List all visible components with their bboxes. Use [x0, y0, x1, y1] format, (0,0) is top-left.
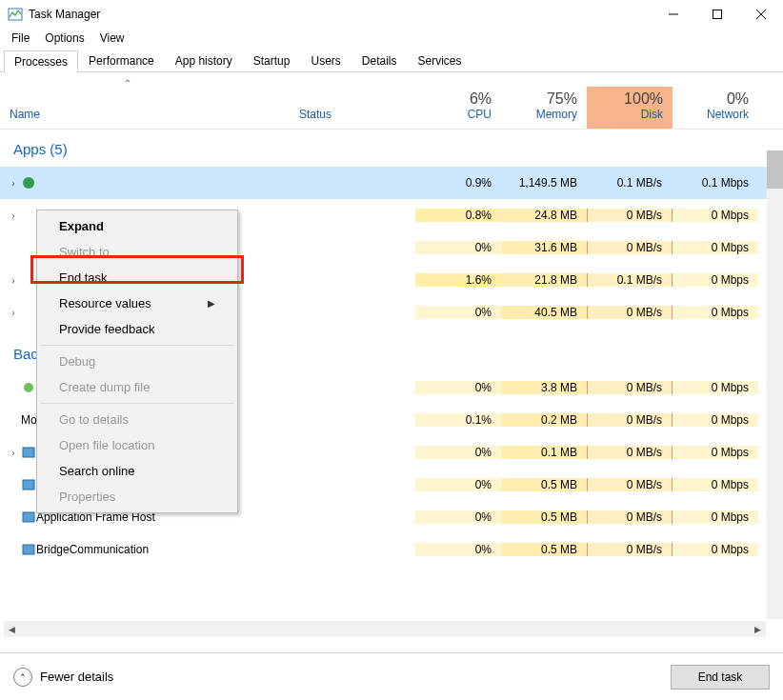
- expander-icon[interactable]: ›: [6, 275, 21, 286]
- cm-create-dump[interactable]: Create dump file: [40, 374, 234, 400]
- cell-net: 0 Mbps: [673, 478, 758, 491]
- col-header-status[interactable]: Status: [295, 100, 415, 129]
- process-icon: [21, 510, 36, 525]
- cell-mem: 3.8 MB: [501, 381, 587, 394]
- cell-net: 0.1 Mbps: [673, 176, 758, 190]
- cell-net: 0 Mbps: [673, 241, 758, 254]
- cm-switch-to[interactable]: Switch to: [40, 239, 234, 265]
- cell-cpu: 1.6%: [415, 273, 501, 287]
- cm-expand[interactable]: Expand: [40, 213, 234, 239]
- cell-mem: 0.5 MB: [501, 510, 587, 524]
- scroll-right-button[interactable]: ▶: [750, 621, 766, 637]
- scrollbar-thumb[interactable]: [767, 150, 783, 189]
- cm-provide-feedback[interactable]: Provide feedback: [40, 316, 234, 342]
- context-menu: Expand Switch to End task Resource value…: [36, 210, 238, 513]
- tab-app-history[interactable]: App history: [165, 50, 243, 71]
- net-label: Network: [707, 108, 749, 121]
- cell-cpu: 0.8%: [415, 209, 501, 222]
- cell-mem: 0.1 MB: [501, 446, 587, 459]
- chevron-up-icon: ⌃: [13, 668, 32, 687]
- tab-users[interactable]: Users: [300, 50, 351, 71]
- end-task-button[interactable]: End task: [671, 665, 770, 690]
- tab-details[interactable]: Details: [351, 50, 408, 71]
- cm-resource-values[interactable]: Resource values ▶: [40, 290, 234, 316]
- vertical-scrollbar[interactable]: [767, 150, 783, 619]
- process-icon: [21, 175, 36, 190]
- cell-mem: 40.5 MB: [501, 306, 587, 319]
- process-icon: [21, 542, 36, 557]
- titlebar: Task Manager: [0, 0, 783, 29]
- cell-net: 0 Mbps: [673, 510, 758, 524]
- svg-point-6: [24, 383, 33, 392]
- cm-debug[interactable]: Debug: [40, 349, 234, 374]
- expander-icon[interactable]: ›: [6, 308, 21, 318]
- cell-disk: 0 MB/s: [587, 446, 673, 459]
- cm-go-to-details[interactable]: Go to details: [40, 407, 234, 432]
- cell-mem: 24.8 MB: [501, 209, 587, 222]
- svg-rect-2: [713, 10, 722, 19]
- col-header-disk[interactable]: 100% Disk: [587, 87, 673, 129]
- cm-separator: [41, 345, 233, 346]
- cell-cpu: 0%: [415, 543, 501, 556]
- scroll-left-button[interactable]: ◀: [4, 621, 20, 637]
- footer: ⌃ Fewer details End task: [0, 652, 783, 700]
- minimize-button[interactable]: [652, 0, 695, 29]
- mem-percent: 75%: [501, 90, 577, 108]
- tab-startup[interactable]: Startup: [243, 50, 301, 71]
- cell-net: 0 Mbps: [673, 543, 758, 556]
- col-header-memory[interactable]: 75% Memory: [501, 87, 587, 129]
- maximize-button[interactable]: [695, 0, 739, 29]
- cell-disk: 0 MB/s: [587, 381, 673, 394]
- mem-label: Memory: [536, 108, 577, 121]
- horizontal-scrollbar[interactable]: ◀ ▶: [4, 621, 766, 637]
- cell-cpu: 0%: [415, 241, 501, 254]
- svg-point-5: [23, 177, 34, 189]
- cm-properties[interactable]: Properties: [40, 484, 234, 510]
- cell-net: 0 Mbps: [673, 209, 758, 222]
- sort-caret-icon: ⌃: [124, 78, 131, 89]
- cm-search-online[interactable]: Search online: [40, 458, 234, 484]
- col-header-cpu[interactable]: 6% CPU: [415, 87, 501, 129]
- cm-open-file-location[interactable]: Open file location: [40, 432, 234, 458]
- tab-services[interactable]: Services: [408, 50, 472, 71]
- disk-percent: 100%: [587, 90, 663, 108]
- column-headers: ⌃ Name Status 6% CPU 75% Memory 100% Dis…: [0, 72, 783, 130]
- process-icon: [21, 380, 36, 395]
- cell-mem: 0.5 MB: [501, 543, 587, 556]
- cm-separator: [41, 403, 233, 404]
- menu-options[interactable]: Options: [37, 30, 91, 47]
- col-header-network[interactable]: 0% Network: [673, 87, 758, 129]
- cell-cpu: 0.9%: [415, 176, 501, 190]
- expander-icon[interactable]: ›: [6, 178, 21, 189]
- expander-icon[interactable]: ›: [6, 210, 21, 221]
- fewer-details-toggle[interactable]: ⌃ Fewer details: [13, 668, 113, 687]
- fewer-details-label: Fewer details: [40, 670, 113, 684]
- cell-cpu: 0%: [415, 381, 501, 394]
- window-controls: [652, 0, 783, 29]
- cm-end-task[interactable]: End task: [40, 265, 234, 290]
- cell-mem: 31.6 MB: [501, 241, 587, 254]
- group-apps[interactable]: Apps (5): [0, 130, 783, 167]
- cell-disk: 0.1 MB/s: [587, 176, 673, 190]
- cpu-percent: 6%: [415, 90, 492, 108]
- tab-performance[interactable]: Performance: [78, 50, 165, 71]
- window-title: Task Manager: [29, 8, 652, 21]
- process-icon: [21, 477, 36, 492]
- cell-disk: 0 MB/s: [587, 209, 673, 222]
- close-button[interactable]: [739, 0, 783, 29]
- cpu-label: CPU: [468, 108, 492, 121]
- cell-net: 0 Mbps: [673, 446, 758, 459]
- cell-cpu: 0%: [415, 306, 501, 319]
- tab-processes[interactable]: Processes: [4, 50, 78, 72]
- cell-mem: 0.2 MB: [501, 413, 587, 427]
- process-icon: [21, 208, 36, 223]
- col-header-name[interactable]: Name: [0, 100, 295, 129]
- svg-rect-9: [23, 512, 34, 522]
- process-row[interactable]: › 0.9% 1,149.5 MB 0.1 MB/s 0.1 Mbps: [0, 167, 783, 199]
- cell-disk: 0 MB/s: [587, 241, 673, 254]
- cell-net: 0 Mbps: [673, 413, 758, 427]
- menu-file[interactable]: File: [4, 30, 37, 47]
- menu-view[interactable]: View: [92, 30, 132, 47]
- expander-icon[interactable]: ›: [6, 448, 21, 458]
- process-row[interactable]: BridgeCommunication 0% 0.5 MB 0 MB/s 0 M…: [0, 533, 783, 566]
